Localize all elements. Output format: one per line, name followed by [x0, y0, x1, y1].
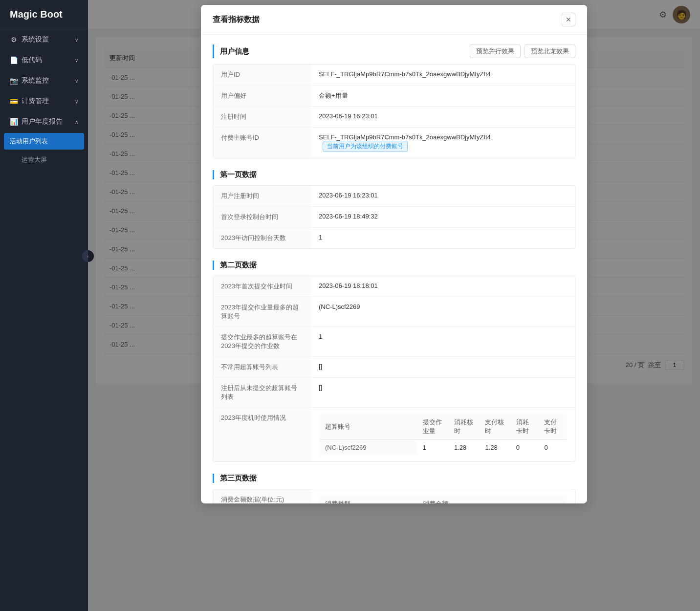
- user-info-table: 用户ID SELF-_TRGIjaMp9bR7Cmm-b7s0Tk_2oaexg…: [213, 65, 575, 158]
- col-header: 消费类型: [319, 496, 417, 504]
- field-value-cell: 2023-06-19 18:49:32: [311, 207, 575, 228]
- info-row: 2023年度机时使用情况 超算账号提交作业量消耗核时支付核时消耗卡时支付卡时 (…: [213, 408, 575, 462]
- page2-table-wrapper: 2023年首次提交作业时间 2023-06-19 18:18:01 2023年提…: [213, 276, 575, 462]
- machine-usage-table: 超算账号提交作业量消耗核时支付核时消耗卡时支付卡时 (NC-L)scf2269 …: [319, 414, 567, 456]
- page3-table: 消费金额数据(单位:元) 消费类型消费金额 云主机 0 包年排队 0 包核时 0…: [213, 489, 575, 503]
- info-row: 2023年提交作业量最多的超算账号 (NC-L)scf2269: [213, 297, 575, 327]
- section-buttons: 预览并行效果 预览北龙效果: [470, 44, 575, 58]
- modal-body: 用户信息 预览并行效果 预览北龙效果 用户ID SELF-_TRGIjaMp9b…: [201, 35, 587, 503]
- machine-card-hours: 0: [510, 440, 539, 456]
- section-title-page2: 第二页数据: [213, 261, 575, 270]
- field-value-cell: 1: [311, 228, 575, 249]
- machine-core-hours: 1.28: [448, 440, 479, 456]
- preview-parallel-button[interactable]: 预览并行效果: [470, 44, 521, 58]
- field-label: 2023年度机时使用情况: [213, 408, 311, 462]
- info-row: 消费金额数据(单位:元) 消费类型消费金额 云主机 0 包年排队 0 包核时 0…: [213, 489, 575, 503]
- sidebar-item-sys-monitor[interactable]: 📷 系统监控 ∨: [0, 70, 88, 91]
- preview-beilong-button[interactable]: 预览北龙效果: [525, 44, 575, 58]
- badge: 当前用户为该组织的付费账号: [323, 141, 408, 152]
- field-label: 用户注册时间: [213, 186, 311, 207]
- sidebar-sub-item-ops-screen[interactable]: 运营大屏: [0, 151, 88, 169]
- gear-icon: ⚙: [10, 36, 18, 44]
- sidebar-item-user-report[interactable]: 📊 用户年度报告 ∧: [0, 111, 88, 132]
- info-row: 用户ID SELF-_TRGIjaMp9bR7Cmm-b7s0Tk_2oaexg…: [213, 65, 575, 86]
- col-header: 消费金额: [417, 496, 567, 504]
- machine-jobs: 1: [417, 440, 448, 456]
- col-header: 提交作业量: [417, 414, 448, 440]
- field-value-cell: []: [311, 357, 575, 378]
- field-label: 用户偏好: [213, 86, 311, 107]
- info-row: 不常用超算账号列表 []: [213, 357, 575, 378]
- field-value: SELF-_TRGIjaMp9bR7Cmm-b7s0Tk_2oaexgwwBDj…: [319, 70, 491, 78]
- section-title-page1: 第一页数据: [213, 170, 575, 179]
- chevron-up-icon: ∧: [75, 119, 78, 125]
- col-header: 支付卡时: [538, 414, 567, 440]
- info-row: 注册后从未提交的超算账号列表 []: [213, 378, 575, 408]
- info-row: 注册时间 2023-06-19 16:23:01: [213, 107, 575, 128]
- sidebar-item-label: 系统设置: [22, 35, 49, 44]
- main-content: ⚙ 🧑 更新时间 操作 -01-25 ... 查看指标数据 -01-25 ...…: [88, 0, 700, 611]
- info-row: 付费主账号ID SELF-_TRGIjaMp9bR7Cmm-b7s0Tk_2oa…: [213, 128, 575, 158]
- col-header: 消耗核时: [448, 414, 479, 440]
- info-row: 提交作业最多的超算账号在2023年提交的作业数 1: [213, 327, 575, 357]
- page2-section: 第二页数据 2023年首次提交作业时间 2023-06-19 18:18:01 …: [213, 261, 575, 462]
- page2-table: 2023年首次提交作业时间 2023-06-19 18:18:01 2023年提…: [213, 276, 575, 461]
- field-value-cell: (NC-L)scf2269: [311, 297, 575, 327]
- col-header: 支付核时: [479, 414, 510, 440]
- field-value-cell: 金额+用量: [311, 86, 575, 107]
- info-row: 用户注册时间 2023-06-19 16:23:01: [213, 186, 575, 207]
- machine-paid-card-hours: 0: [538, 440, 567, 456]
- field-value-cell: SELF-_TRGIjaMp9bR7Cmm-b7s0Tk_2oaexgwwBDj…: [311, 65, 575, 86]
- machine-row: (NC-L)scf2269 1 1.28 1.28 0 0: [319, 440, 567, 456]
- sidebar-item-billing[interactable]: 💳 计费管理 ∨: [0, 91, 88, 111]
- chevron-icon: ∨: [75, 58, 78, 63]
- sidebar-item-label: 系统监控: [22, 76, 49, 85]
- sidebar-sub-item-active-users[interactable]: 活动用户列表: [4, 133, 84, 150]
- sidebar-item-label: 低代码: [22, 56, 42, 65]
- chevron-icon: ∨: [75, 37, 78, 43]
- billing-icon: 💳: [10, 97, 18, 105]
- field-label: 注册后从未提交的超算账号列表: [213, 378, 311, 408]
- section-title-user-info: 用户信息 预览并行效果 预览北龙效果: [213, 44, 575, 58]
- user-info-table-wrapper: 用户ID SELF-_TRGIjaMp9bR7Cmm-b7s0Tk_2oaexg…: [213, 64, 575, 158]
- field-value-cell: 2023-06-19 16:23:01: [311, 186, 575, 207]
- sidebar-item-low-code[interactable]: 📄 低代码 ∨: [0, 50, 88, 70]
- user-info-section: 用户信息 预览并行效果 预览北龙效果 用户ID SELF-_TRGIjaMp9b…: [213, 44, 575, 158]
- chevron-icon: ∨: [75, 99, 78, 104]
- camera-icon: 📷: [10, 77, 18, 85]
- col-header: 消耗卡时: [510, 414, 539, 440]
- info-row: 用户偏好 金额+用量: [213, 86, 575, 107]
- sidebar-item-label: 计费管理: [22, 97, 49, 106]
- report-icon: 📊: [10, 118, 18, 126]
- field-value: 2023-06-19 16:23:01: [319, 112, 378, 120]
- sidebar: Magic Boot ⚙ 系统设置 ∨ 📄 低代码 ∨ 📷 系统监控 ∨ 💳 计…: [0, 0, 88, 611]
- page1-section: 第一页数据 用户注册时间 2023-06-19 16:23:01 首次登录控制台…: [213, 170, 575, 249]
- field-label: 不常用超算账号列表: [213, 357, 311, 378]
- modal: 查看指标数据 ✕ 用户信息 预览并行效果 预览北龙效果: [201, 5, 587, 503]
- field-value-cell: 消费类型消费金额 云主机 0 包年排队 0 包核时 0.09: [311, 489, 575, 503]
- modal-close-button[interactable]: ✕: [562, 13, 575, 26]
- info-row: 首次登录控制台时间 2023-06-19 18:49:32: [213, 207, 575, 228]
- field-value-cell: 超算账号提交作业量消耗核时支付核时消耗卡时支付卡时 (NC-L)scf2269 …: [311, 408, 575, 462]
- field-value-cell: []: [311, 378, 575, 408]
- field-label: 注册时间: [213, 107, 311, 128]
- field-label: 付费主账号ID: [213, 128, 311, 158]
- page1-table: 用户注册时间 2023-06-19 16:23:01 首次登录控制台时间 202…: [213, 186, 575, 248]
- sidebar-item-label: 用户年度报告: [22, 117, 63, 126]
- field-value-cell: 1: [311, 327, 575, 357]
- app-logo: Magic Boot: [0, 0, 88, 29]
- page3-section: 第三页数据 消费金额数据(单位:元) 消费类型消费金额 云主机 0 包年排队 0…: [213, 474, 575, 503]
- field-value: 金额+用量: [319, 92, 348, 99]
- field-value-cell: 2023-06-19 18:18:01: [311, 276, 575, 297]
- field-label: 2023年访问控制台天数: [213, 228, 311, 249]
- col-header: 超算账号: [319, 414, 417, 440]
- info-row: 2023年访问控制台天数 1: [213, 228, 575, 249]
- page3-table-wrapper: 消费金额数据(单位:元) 消费类型消费金额 云主机 0 包年排队 0 包核时 0…: [213, 489, 575, 503]
- field-value-cell: 2023-06-19 16:23:01: [311, 107, 575, 128]
- page1-table-wrapper: 用户注册时间 2023-06-19 16:23:01 首次登录控制台时间 202…: [213, 185, 575, 249]
- sidebar-item-sys-settings[interactable]: ⚙ 系统设置 ∨: [0, 29, 88, 50]
- modal-header: 查看指标数据 ✕: [201, 5, 587, 35]
- field-label: 用户ID: [213, 65, 311, 86]
- doc-icon: 📄: [10, 56, 18, 64]
- chevron-icon: ∨: [75, 78, 78, 84]
